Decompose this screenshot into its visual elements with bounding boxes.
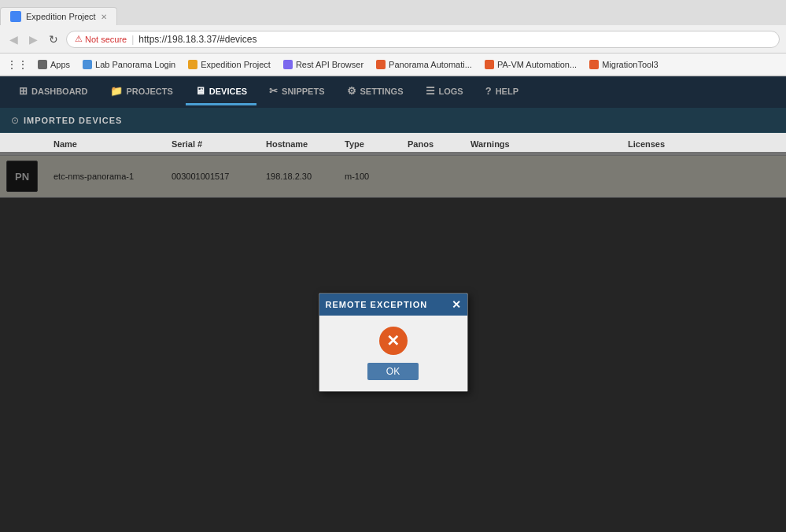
col-header-serial: Serial #: [165, 136, 260, 152]
modal-overlay: REMOTE EXCEPTION ✕ ✕ OK: [0, 152, 786, 532]
not-secure-label: Not secure: [85, 35, 127, 44]
url-display: https://198.18.3.37/#devices: [138, 34, 256, 45]
url-separator: |: [131, 34, 134, 45]
nav-item-dashboard[interactable]: ⊞ DASHBOARD: [9, 79, 98, 105]
bookmark-apps[interactable]: Apps: [35, 58, 73, 71]
bookmark-lab[interactable]: Lab Panorama Login: [79, 58, 179, 71]
dialog-title: REMOTE EXCEPTION: [326, 300, 428, 309]
col-header-licenses: Licenses: [622, 136, 779, 152]
section-header: ⊙ IMPORTED DEVICES: [0, 108, 786, 133]
bookmark-favicon-rest: [283, 60, 293, 69]
bookmark-migration[interactable]: MigrationTool3: [586, 58, 662, 71]
nav-item-devices-label: DEVICES: [209, 87, 247, 96]
remote-exception-dialog: REMOTE EXCEPTION ✕ ✕ OK: [319, 293, 468, 392]
logs-icon: ☰: [426, 85, 435, 97]
nav-item-settings-label: SETTINGS: [360, 87, 404, 96]
not-secure-indicator: ⚠ Not secure: [75, 34, 127, 44]
bookmark-favicon-migration: [589, 60, 599, 69]
forward-button[interactable]: ▶: [26, 31, 41, 47]
dialog-close-button[interactable]: ✕: [452, 298, 461, 311]
reload-button[interactable]: ↻: [46, 31, 61, 47]
nav-item-snippets-label: SNIPPETS: [282, 87, 324, 96]
nav-item-settings[interactable]: ⚙ SETTINGS: [338, 79, 413, 105]
bookmark-favicon-lab: [83, 60, 92, 69]
nav-item-help[interactable]: ? HELP: [476, 79, 528, 105]
col-header-hostname: Hostname: [260, 136, 338, 152]
bookmark-label-apps: Apps: [50, 60, 70, 69]
tab-favicon: [10, 11, 21, 22]
col-header-type: Type: [338, 136, 401, 152]
bookmark-label-migration: MigrationTool3: [602, 60, 659, 69]
bookmarks-bar: ⋮⋮ Apps Lab Panorama Login Expedition Pr…: [0, 54, 786, 76]
bookmark-favicon-apps: [38, 60, 47, 69]
tab-label: Expedition Project: [26, 12, 96, 21]
app-container: ⊞ DASHBOARD 📁 PROJECTS 🖥 DEVICES ✂ SNIPP…: [0, 76, 786, 532]
col-header-name: Name: [47, 136, 165, 152]
devices-icon: 🖥: [195, 85, 205, 97]
bookmark-favicon-expedition: [188, 60, 197, 69]
bookmark-label-expedition: Expedition Project: [201, 60, 271, 69]
nav-item-projects-label: PROJECTS: [127, 87, 173, 96]
error-symbol: ✕: [386, 331, 400, 350]
bookmark-label-panorama: Panorama Automati...: [389, 60, 472, 69]
app-nav: ⊞ DASHBOARD 📁 PROJECTS 🖥 DEVICES ✂ SNIPP…: [0, 76, 786, 108]
bookmark-label-rest: Rest API Browser: [296, 60, 363, 69]
apps-grid-icon[interactable]: ⋮⋮: [6, 58, 28, 71]
address-bar[interactable]: ⚠ Not secure | https://198.18.3.37/#devi…: [66, 31, 780, 48]
settings-icon: ⚙: [347, 85, 356, 97]
nav-item-projects[interactable]: 📁 PROJECTS: [101, 79, 183, 105]
browser-chrome: Expedition Project ✕ ◀ ▶ ↻ ⚠ Not secure …: [0, 0, 786, 76]
section-icon: ⊙: [11, 115, 19, 126]
col-header-panos: Panos: [401, 136, 464, 152]
section-title: IMPORTED DEVICES: [24, 116, 122, 125]
projects-icon: 📁: [110, 85, 123, 97]
bookmark-panorama[interactable]: Panorama Automati...: [373, 58, 475, 71]
help-icon: ?: [485, 85, 492, 97]
error-icon: ✕: [379, 327, 408, 355]
bookmark-expedition[interactable]: Expedition Project: [185, 58, 274, 71]
bookmark-label-lab: Lab Panorama Login: [95, 60, 175, 69]
warning-icon: ⚠: [75, 34, 83, 44]
bookmark-favicon-pa-vm: [485, 60, 494, 69]
bookmark-label-pa-vm: PA-VM Automation...: [497, 60, 577, 69]
bookmark-pa-vm[interactable]: PA-VM Automation...: [482, 58, 580, 71]
col-header-warnings: Warnings: [464, 136, 622, 152]
back-button[interactable]: ◀: [6, 31, 21, 47]
tab-bar: Expedition Project ✕: [0, 0, 786, 25]
nav-item-snippets[interactable]: ✂ SNIPPETS: [260, 79, 334, 105]
nav-bar: ◀ ▶ ↻ ⚠ Not secure | https://198.18.3.37…: [0, 25, 786, 54]
nav-item-logs[interactable]: ☰ LOGS: [416, 79, 473, 105]
nav-item-help-label: HELP: [496, 87, 518, 96]
nav-item-logs-label: LOGS: [439, 87, 463, 96]
dashboard-icon: ⊞: [19, 85, 28, 97]
browser-tab[interactable]: Expedition Project ✕: [0, 7, 117, 25]
dialog-ok-button[interactable]: OK: [367, 363, 419, 380]
tab-close-button[interactable]: ✕: [101, 13, 107, 21]
nav-item-devices[interactable]: 🖥 DEVICES: [186, 79, 256, 105]
dialog-body: ✕ OK: [319, 316, 467, 391]
dialog-header: REMOTE EXCEPTION ✕: [319, 294, 467, 316]
snippets-icon: ✂: [269, 85, 278, 97]
col-header-icon: [0, 136, 47, 152]
nav-item-dashboard-label: DASHBOARD: [31, 87, 88, 96]
bookmark-rest[interactable]: Rest API Browser: [280, 58, 367, 71]
bookmark-favicon-panorama: [376, 60, 386, 69]
